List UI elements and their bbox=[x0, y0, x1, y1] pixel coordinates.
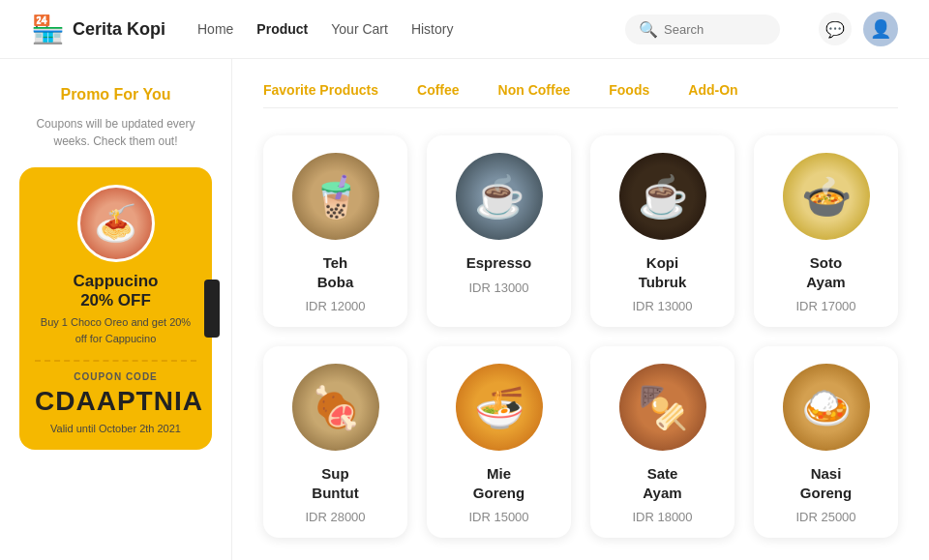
avatar-icon: 👤 bbox=[870, 18, 891, 40]
product-card-nasi-goreng[interactable]: 🍛NasiGorengIDR 25000 bbox=[754, 346, 898, 538]
chat-button[interactable]: 💬 bbox=[819, 13, 852, 45]
product-price: IDR 25000 bbox=[795, 510, 855, 524]
product-name: TehBoba bbox=[317, 253, 354, 291]
product-image: 🧋 bbox=[292, 153, 379, 240]
product-name: SotoAyam bbox=[806, 253, 845, 291]
avatar[interactable]: 👤 bbox=[863, 12, 898, 46]
category-tab-favorite-products[interactable]: Favorite Products bbox=[263, 82, 378, 107]
category-tab-foods[interactable]: Foods bbox=[609, 82, 649, 107]
product-price: IDR 12000 bbox=[305, 299, 365, 313]
product-card-sate-ayam[interactable]: 🍢SateAyamIDR 18000 bbox=[590, 346, 734, 538]
main-layout: Promo For You Coupons will be updated ev… bbox=[0, 59, 929, 560]
nav-item-product[interactable]: Product bbox=[256, 21, 308, 37]
promo-food-image: 🍝 bbox=[77, 185, 155, 262]
product-price: IDR 13000 bbox=[632, 299, 692, 313]
main-content: Favorite ProductsCoffeeNon CoffeeFoodsAd… bbox=[232, 59, 929, 560]
promo-subtitle: Coupons will be updated every weeks. Che… bbox=[19, 115, 212, 150]
product-price: IDR 13000 bbox=[468, 280, 528, 295]
coupon-code: CDAAPTNIA bbox=[35, 386, 196, 417]
product-image: ☕ bbox=[456, 153, 543, 240]
nav-item-your-cart[interactable]: Your Cart bbox=[331, 21, 388, 37]
category-tabs: Favorite ProductsCoffeeNon CoffeeFoodsAd… bbox=[263, 82, 898, 108]
product-name: SupBuntut bbox=[312, 464, 358, 502]
nav-item-home[interactable]: Home bbox=[197, 21, 233, 37]
product-name: KopiTubruk bbox=[639, 253, 687, 291]
promo-description: Buy 1 Choco Oreo and get 20% off for Cap… bbox=[35, 314, 196, 346]
chat-icon: 💬 bbox=[825, 20, 845, 39]
header-icons: 💬 👤 bbox=[819, 12, 898, 46]
app-name: Cerita Kopi bbox=[73, 19, 165, 40]
promo-title: Promo For You bbox=[19, 86, 212, 103]
category-tab-add-on[interactable]: Add-On bbox=[688, 82, 737, 107]
promo-divider bbox=[35, 360, 196, 362]
product-image: 🍖 bbox=[292, 364, 379, 451]
product-image: 🍜 bbox=[456, 364, 543, 451]
main-nav: HomeProductYour CartHistory bbox=[197, 21, 594, 37]
search-icon: 🔍 bbox=[639, 20, 658, 39]
product-name: MieGoreng bbox=[473, 464, 524, 502]
product-image: 🍲 bbox=[783, 153, 870, 240]
product-name: NasiGoreng bbox=[800, 464, 852, 502]
product-price: IDR 18000 bbox=[632, 510, 692, 524]
sidebar: Promo For You Coupons will be updated ev… bbox=[0, 59, 232, 560]
category-tab-coffee[interactable]: Coffee bbox=[417, 82, 460, 107]
product-grid: 🧋TehBobaIDR 12000☕EspressoIDR 13000☕Kopi… bbox=[263, 135, 898, 538]
product-price: IDR 15000 bbox=[468, 510, 528, 524]
product-card-soto-ayam[interactable]: 🍲SotoAyamIDR 17000 bbox=[754, 135, 898, 327]
product-name: SateAyam bbox=[643, 464, 681, 502]
promo-item-name: Cappucino 20% OFF bbox=[35, 272, 196, 310]
product-name: Espresso bbox=[466, 253, 532, 273]
coupon-label: COUPON CODE bbox=[35, 371, 196, 382]
product-card-espresso[interactable]: ☕EspressoIDR 13000 bbox=[427, 135, 571, 327]
product-card-teh-boba[interactable]: 🧋TehBobaIDR 12000 bbox=[263, 135, 407, 327]
logo[interactable]: 🏪 Cerita Kopi bbox=[31, 14, 166, 45]
product-image: ☕ bbox=[619, 153, 706, 240]
promo-food-emoji: 🍝 bbox=[94, 203, 137, 244]
search-bar[interactable]: 🔍 bbox=[625, 15, 780, 44]
category-tab-non-coffee[interactable]: Non Coffee bbox=[498, 82, 571, 107]
product-card-sup-buntut[interactable]: 🍖SupBuntutIDR 28000 bbox=[263, 346, 407, 538]
search-input[interactable] bbox=[664, 22, 766, 37]
coupon-validity: Valid until October 2th 2021 bbox=[35, 423, 196, 434]
black-strip-decoration bbox=[204, 280, 220, 338]
product-image: 🍛 bbox=[783, 364, 870, 451]
product-price: IDR 28000 bbox=[305, 510, 365, 524]
product-card-kopi-tubruk[interactable]: ☕KopiTubrukIDR 13000 bbox=[590, 135, 734, 327]
header: 🏪 Cerita Kopi HomeProductYour CartHistor… bbox=[0, 0, 929, 59]
promo-card[interactable]: 🍝 Cappucino 20% OFF Buy 1 Choco Oreo and… bbox=[19, 167, 212, 450]
nav-item-history[interactable]: History bbox=[411, 21, 454, 37]
product-card-mie-goreng[interactable]: 🍜MieGorengIDR 15000 bbox=[427, 346, 571, 538]
product-price: IDR 17000 bbox=[795, 299, 855, 313]
product-image: 🍢 bbox=[619, 364, 706, 451]
logo-icon: 🏪 bbox=[31, 14, 65, 45]
